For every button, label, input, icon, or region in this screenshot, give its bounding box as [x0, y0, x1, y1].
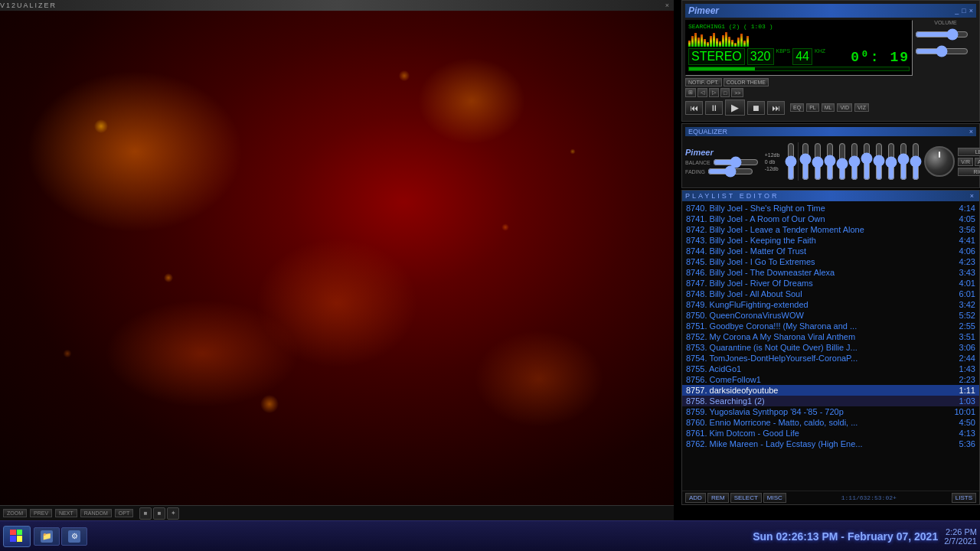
vyr-button[interactable]: V/R	[958, 158, 973, 166]
rem-button[interactable]: REM	[707, 493, 729, 503]
left-spk-button[interactable]: LEFT SPK	[958, 148, 980, 156]
icon-button-3[interactable]: ▷	[709, 88, 719, 97]
dt-icon-3[interactable]: ✦	[167, 507, 179, 520]
notif-opt-button[interactable]: NOTIF. OPT.	[685, 78, 722, 86]
icon-button-5[interactable]: >>	[731, 88, 743, 97]
eq-14khz-input[interactable]	[898, 142, 909, 181]
small-time: 2:26 PM	[944, 527, 977, 536]
random-button[interactable]: RANDOM	[80, 509, 112, 517]
pl-item-duration: 4:50	[959, 418, 975, 427]
eq-12khz-input[interactable]	[886, 142, 897, 181]
eq-close[interactable]: ×	[969, 128, 973, 135]
playlist-item-8748[interactable]: 8748. Billy Joel - All About Soul6:01	[682, 289, 979, 299]
play-button[interactable]: ▶	[725, 99, 745, 116]
fading-label: FADING	[685, 169, 705, 174]
lists-button[interactable]: LISTS	[952, 493, 976, 503]
eq-3khz-input[interactable]	[861, 142, 872, 181]
player-shade[interactable]: □	[962, 7, 965, 15]
playlist-item-8742[interactable]: 8742. Billy Joel - Leave a Tender Moment…	[682, 224, 979, 235]
right-spk-button[interactable]: RIGHT SPK	[958, 168, 980, 176]
playlist-item-8761[interactable]: 8761. Kim Dotcom - Good Life4:13	[682, 428, 979, 439]
eq-button[interactable]: EQ	[790, 103, 804, 112]
next-track-button[interactable]: ⏭	[767, 101, 785, 115]
playlist-item-8740[interactable]: 8740. Billy Joel - She's Right on Time4:…	[682, 203, 979, 214]
player-titlebar: Pimeer _ □ ×	[685, 4, 976, 18]
pl-button[interactable]: PL	[806, 103, 819, 112]
eq-6khz-input[interactable]	[874, 142, 884, 181]
fading-slider[interactable]	[707, 168, 753, 175]
visualizer-close[interactable]: ×	[665, 2, 671, 9]
pl-item-title: 8740. Billy Joel - She's Right on Time	[686, 204, 956, 213]
add-button[interactable]: ADD	[685, 493, 706, 503]
time-display: 0⁰: 19	[851, 48, 910, 65]
eq-preamp-knob[interactable]	[924, 146, 955, 177]
playlist-item-8747[interactable]: 8747. Billy Joel - River Of Dreams4:01	[682, 278, 979, 289]
playlist-item-8750[interactable]: 8750. QueenCoronaVirusWOW5:52	[682, 310, 979, 321]
pause-button[interactable]: ⏸	[705, 101, 723, 115]
playlist-item-8758[interactable]: 8758. Searching1 (2)1:03	[682, 396, 979, 406]
progress-bar[interactable]	[688, 67, 910, 71]
taskbar-app-2[interactable]: ⚙	[61, 527, 87, 546]
next-button[interactable]: NEXT	[55, 509, 77, 517]
eq-600hz-input[interactable]	[837, 142, 848, 181]
playlist-titlebar: PLAYLIST EDITOR ×	[682, 191, 979, 201]
eq-16khz-input[interactable]	[910, 142, 921, 181]
kbps-badge: 320	[747, 48, 774, 65]
prev-track-button[interactable]: ⏮	[685, 101, 703, 115]
playlist-item-8760[interactable]: 8760. Ennio Morricone - Matto, caldo, so…	[682, 417, 979, 428]
spectrum-bar	[716, 38, 718, 47]
playlist-item-8751[interactable]: 8751. Goodbye Corona!!! (My Sharona and …	[682, 321, 979, 331]
playlist-item-8756[interactable]: 8756. ComeFollow12:23	[682, 374, 979, 385]
volume-slider[interactable]	[915, 28, 969, 41]
dt-icon-1[interactable]: ■	[139, 507, 152, 520]
balance-slider-vol[interactable]	[915, 45, 969, 57]
playlist-item-8741[interactable]: 8741. Billy Joel - A Room of Our Own4:05	[682, 214, 979, 224]
player-close[interactable]: ×	[969, 7, 973, 15]
eq-1khz-input[interactable]	[849, 142, 860, 181]
pl-item-duration: 1:43	[959, 364, 975, 373]
eq-controls: LEFT SPK V/R AUTO PREF RIGHT SPK	[958, 148, 980, 176]
playlist-item-8755[interactable]: 8755. AcidGo11:43	[682, 364, 979, 374]
playlist-item-8752[interactable]: 8752. My Corona A My Sharona Viral Anthe…	[682, 331, 979, 342]
viz-button[interactable]: VIZ	[854, 103, 869, 112]
ml-button[interactable]: ML	[822, 103, 835, 112]
dt-icon-2[interactable]: ■	[153, 507, 165, 520]
playlist-item-8744[interactable]: 8744. Billy Joel - Matter Of Trust4:06	[682, 246, 979, 256]
track-time-total: 1:03	[751, 23, 766, 30]
icon-button-4[interactable]: □	[720, 88, 730, 97]
eq-60hz-input[interactable]	[800, 142, 811, 181]
playlist-item-8749[interactable]: 8749. KungFluFighting-extended3:42	[682, 299, 979, 310]
eq-slider-preamp-input[interactable]	[786, 142, 796, 181]
select-button[interactable]: SELECT	[730, 493, 762, 503]
icon-button-2[interactable]: ◁	[697, 88, 707, 97]
zoom-button[interactable]: ZOOM	[3, 509, 27, 517]
player-minimize[interactable]: _	[955, 7, 959, 15]
opt-button[interactable]: OPT	[115, 509, 133, 517]
icon-button-1[interactable]: ⊞	[685, 88, 696, 97]
playlist-item-8757[interactable]: 8757. darksideofyoutube1:11	[682, 385, 979, 396]
start-button[interactable]	[3, 526, 31, 547]
misc-button[interactable]: MISC	[763, 493, 786, 503]
playlist-item-8745[interactable]: 8745. Billy Joel - I Go To Extremes4:23	[682, 256, 979, 267]
playlist-item-8754[interactable]: 8754. TomJones-DontHelpYourself-CoronaP.…	[682, 353, 979, 364]
pl-item-duration: 3:06	[959, 343, 975, 352]
eq-170hz-input[interactable]	[812, 142, 823, 181]
main-player: Pimeer _ □ × SEARCHING1 (2) ( 1:03 )	[681, 0, 980, 122]
eq-310hz-input[interactable]	[825, 142, 835, 181]
playlist-item-8753[interactable]: 8753. Quarantine (is Not Quite Over) Bil…	[682, 342, 979, 353]
playlist-item-8759[interactable]: 8759. Yugoslavia Synthpop '84 -'85 - 720…	[682, 406, 979, 417]
spectrum-bar	[728, 37, 730, 47]
kbps-label: KBPS	[776, 48, 791, 65]
auto-button[interactable]: AUTO	[975, 158, 980, 166]
playlist-item-8746[interactable]: 8746. Billy Joel - The Downeaster Alexa3…	[682, 267, 979, 278]
prev-button[interactable]: PREV	[30, 509, 52, 517]
stop-button[interactable]: ⏹	[747, 101, 765, 115]
pl-item-title: 8744. Billy Joel - Matter Of Trust	[686, 246, 956, 256]
vid-button[interactable]: VID	[837, 103, 852, 112]
playlist-items[interactable]: 8740. Billy Joel - She's Right on Time4:…	[682, 201, 979, 491]
playlist-close[interactable]: ×	[970, 192, 976, 200]
taskbar-app-explorer[interactable]: 📁	[34, 527, 60, 546]
color-theme-button[interactable]: COLOR THEME	[724, 78, 769, 86]
playlist-item-8762[interactable]: 8762. Mike Mareen - Lady Ecstasy (High E…	[682, 439, 979, 449]
playlist-item-8743[interactable]: 8743. Billy Joel - Keeping the Faith4:41	[682, 235, 979, 246]
